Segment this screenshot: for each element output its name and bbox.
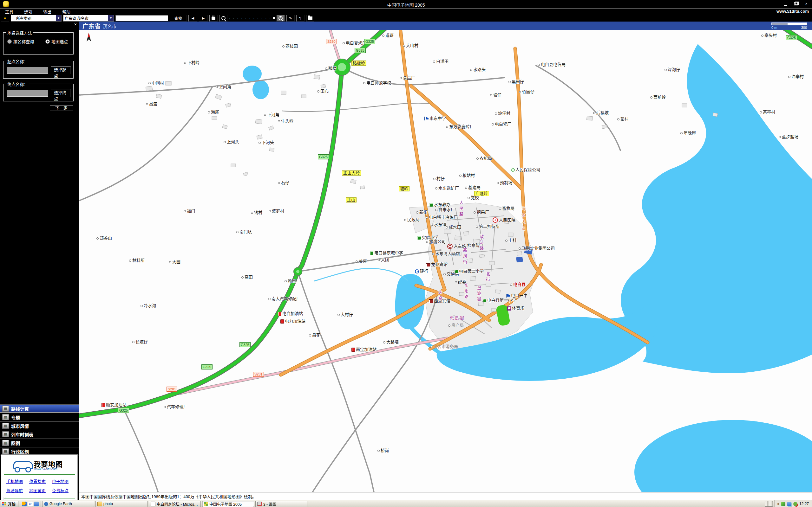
- promo-link[interactable]: 驾驶导航: [6, 487, 28, 493]
- map-label-text: G325: [787, 36, 796, 40]
- next-step-button[interactable]: 下一步: [50, 105, 73, 111]
- choose-start-button[interactable]: 选择起点: [51, 66, 71, 74]
- promo-link[interactable]: 位置搜索: [29, 478, 51, 484]
- map-label: 坡仔村: [495, 111, 510, 116]
- province-title: 广东省: [83, 21, 101, 30]
- pan-hand-icon[interactable]: [209, 15, 217, 21]
- magnifier-minus-glyph: -: [221, 16, 225, 20]
- open-folder-icon[interactable]: [306, 15, 314, 21]
- map-label-text: 体育场: [512, 306, 524, 311]
- start-button[interactable]: 开始: [1, 501, 18, 507]
- task-icon: [204, 502, 208, 506]
- category-dropdown[interactable]: ---所有类别--- ▼: [11, 15, 61, 21]
- promo-link[interactable]: 电子地图: [52, 478, 73, 484]
- network-icon[interactable]: [787, 502, 792, 506]
- antivirus-icon[interactable]: [781, 502, 785, 506]
- map-label-text: 忠良街: [450, 316, 465, 320]
- map-label: 第二招待所: [476, 224, 500, 229]
- nav-item-icon: ▦: [2, 431, 9, 437]
- map-label: 水东镇: [431, 222, 446, 227]
- start-name-field[interactable]: [7, 67, 48, 74]
- keyboard-layout-icon[interactable]: [765, 501, 773, 507]
- quick-launch-icon[interactable]: [22, 502, 27, 506]
- tray-collapse-icon[interactable]: «: [777, 502, 779, 506]
- restore-button[interactable]: [793, 2, 799, 6]
- map-poi-icon: [465, 187, 467, 189]
- choose-end-button[interactable]: 选择终点: [51, 89, 71, 97]
- search-input[interactable]: [115, 15, 168, 21]
- map-poi-icon: [507, 306, 511, 311]
- map-poi-icon: [435, 209, 438, 211]
- promo-link[interactable]: 手机地图: [6, 478, 28, 484]
- forward-button[interactable]: ▶: [199, 15, 208, 21]
- menu-item[interactable]: 选项: [24, 9, 32, 14]
- map-poi-icon: [416, 211, 418, 214]
- chevron-down-icon[interactable]: ▼: [56, 15, 61, 21]
- sidebar-nav-item[interactable]: ▦ 图例: [0, 439, 79, 447]
- pencil-glyph: ✎: [289, 16, 292, 20]
- map-label: 中间村: [148, 81, 164, 85]
- quick-launch-icon[interactable]: [34, 502, 39, 506]
- sidebar-nav-item[interactable]: ▦ 城市风情: [0, 421, 79, 430]
- map-label-text: 黑田仔: [512, 79, 524, 84]
- task-icon: [44, 502, 48, 506]
- radio-icon[interactable]: [7, 39, 12, 44]
- map-label-text: 电白师范学校: [366, 81, 391, 85]
- taskbar-task[interactable]: Google Earth: [42, 501, 94, 507]
- map-poi-icon: [278, 120, 280, 122]
- zoom-slider[interactable]: · · · · · · · · · · ·: [229, 16, 275, 20]
- map-canvas[interactable]: 下村岭 中间村 上间角 昌盛 海尾 下河角 牛头岭: [79, 30, 812, 492]
- map-label: G325: [364, 39, 375, 44]
- map-poi-icon: [415, 269, 419, 274]
- map-poi-icon: [264, 114, 266, 116]
- map-label-text: 高田: [245, 275, 253, 279]
- taskbar-task[interactable]: 3 - 画图: [255, 501, 307, 507]
- chevron-down-icon[interactable]: ▼: [108, 15, 113, 21]
- map-poi-icon: [447, 244, 453, 249]
- zoom-in-icon[interactable]: +: [276, 15, 285, 21]
- map-label-text: 下村岭: [187, 60, 200, 65]
- sidebar-nav-item[interactable]: ▦ 专题: [0, 413, 79, 421]
- toolbar: « ---所有类别--- ▼ 广东省 茂名市 ▼ 查找 ◀ ▶ - · · · …: [0, 14, 812, 22]
- radio-option[interactable]: 地图选点: [45, 38, 68, 44]
- 51ditu-logo: 我要地图 www.51ditu.com: [1, 457, 78, 473]
- promo-link[interactable]: 免费标点: [52, 487, 73, 493]
- promo-link[interactable]: 地图黄页: [29, 487, 51, 493]
- radio-icon[interactable]: [45, 39, 50, 44]
- task-label: photo: [103, 502, 113, 506]
- map-label: 房产局: [448, 323, 464, 328]
- map-label: 糖果厂: [473, 210, 489, 215]
- sidebar-footer-icons[interactable]: ↓↑: [3, 496, 6, 500]
- back-button[interactable]: ◀: [189, 15, 197, 21]
- taskbar-task[interactable]: 中国电子地图 2005: [202, 501, 254, 507]
- map-poi-icon: [148, 82, 151, 84]
- map-label-text: 第二招待所: [479, 224, 500, 229]
- find-button[interactable]: 查找: [170, 15, 187, 21]
- menu-item[interactable]: 输出: [43, 9, 51, 14]
- pushpin-icon[interactable]: ¶: [296, 15, 305, 21]
- panel-close-icon[interactable]: ×: [74, 22, 77, 27]
- measure-pencil-icon[interactable]: ✎: [287, 15, 295, 21]
- end-name-field[interactable]: [7, 90, 48, 97]
- nav-item-label: 列车时刻表: [11, 431, 33, 438]
- sidebar-nav-item[interactable]: ▦ 列车时刻表: [0, 430, 79, 439]
- map-label-text: 赖屋: [288, 279, 296, 283]
- minimize-button[interactable]: [783, 2, 789, 6]
- zoom-out-icon[interactable]: -: [219, 15, 227, 21]
- scale-start: 0 m: [771, 26, 777, 30]
- quick-launch-icon[interactable]: e: [28, 502, 33, 506]
- taskbar-task[interactable]: 电白同乡论坛 - Microso...: [149, 501, 201, 507]
- zoom-slider-thumb[interactable]: [273, 17, 275, 19]
- radio-option[interactable]: 按名称查询: [7, 38, 34, 44]
- close-button[interactable]: ×: [803, 2, 809, 6]
- menu-item[interactable]: 工具: [5, 9, 13, 14]
- map-label: 咸水田: [446, 225, 461, 229]
- collapse-sidebar-button[interactable]: «: [1, 15, 9, 21]
- region-dropdown[interactable]: 广东省 茂名市 ▼: [63, 15, 114, 21]
- map-label: 电白师范学校: [363, 81, 391, 85]
- map-poi-icon: [338, 314, 340, 316]
- sidebar-nav-item[interactable]: ▦ 路线计算: [0, 404, 79, 413]
- menu-item[interactable]: 帮助: [62, 9, 70, 14]
- offline-globe-icon[interactable]: [793, 502, 798, 506]
- taskbar-task[interactable]: photo: [96, 501, 148, 507]
